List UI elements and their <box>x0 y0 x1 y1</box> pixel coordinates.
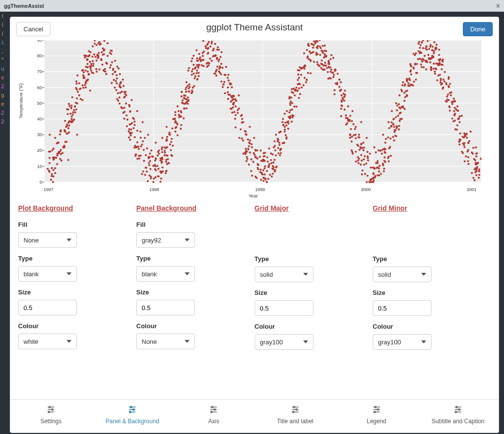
input-gridmaj-size[interactable] <box>255 300 313 316</box>
svg-point-1084 <box>184 107 186 109</box>
cancel-button[interactable]: Cancel <box>16 22 50 36</box>
svg-point-1128 <box>161 146 163 148</box>
svg-point-1223 <box>360 160 362 162</box>
tab-panel-background[interactable]: Panel & Background <box>92 405 173 425</box>
svg-point-1190 <box>76 97 78 99</box>
svg-point-105 <box>209 46 211 48</box>
input-panelbg-size[interactable] <box>136 300 195 315</box>
svg-point-397 <box>132 117 134 119</box>
svg-point-1257 <box>454 100 456 102</box>
svg-point-1336 <box>430 57 432 59</box>
col-header-gridmaj[interactable]: Grid Major <box>255 204 289 212</box>
svg-point-804 <box>110 64 112 66</box>
select-plotbg-fill[interactable]: None <box>18 232 77 248</box>
svg-point-1194 <box>468 140 470 142</box>
svg-point-1411 <box>129 411 131 412</box>
svg-point-1205 <box>324 62 326 64</box>
svg-point-1308 <box>404 100 406 102</box>
svg-point-228 <box>247 139 249 141</box>
select-panelbg-fill[interactable]: gray92 <box>136 232 195 248</box>
svg-point-1289 <box>166 138 168 140</box>
svg-point-822 <box>242 153 244 155</box>
svg-point-181 <box>424 55 426 57</box>
svg-point-978 <box>168 162 170 164</box>
svg-point-421 <box>129 139 131 141</box>
svg-point-207 <box>117 92 119 94</box>
tab-settings[interactable]: Settings <box>10 405 92 425</box>
select-panelbg-colour[interactable]: None <box>136 334 195 349</box>
svg-point-1385 <box>83 72 85 73</box>
svg-text:40: 40 <box>37 117 42 121</box>
svg-point-428 <box>246 150 248 152</box>
svg-point-581 <box>208 62 210 64</box>
svg-point-250 <box>51 167 53 169</box>
done-button[interactable]: Done <box>463 22 493 36</box>
tab-axis[interactable]: Axis <box>173 405 254 425</box>
text-input-gridmin-size[interactable] <box>378 305 426 312</box>
svg-point-1244 <box>409 63 411 65</box>
col-header-plotbg[interactable]: Plot Background <box>18 204 73 212</box>
svg-point-217 <box>338 86 340 88</box>
svg-point-792 <box>56 154 58 156</box>
tab-legend[interactable]: Legend <box>336 405 417 425</box>
svg-point-269 <box>196 70 198 72</box>
svg-point-1050 <box>126 119 128 121</box>
svg-point-667 <box>216 69 217 71</box>
svg-point-761 <box>340 115 342 117</box>
svg-point-1088 <box>357 145 359 146</box>
svg-point-1146 <box>358 162 360 164</box>
svg-point-394 <box>463 146 465 148</box>
svg-point-1423 <box>292 411 294 412</box>
select-gridmaj-type[interactable]: solid <box>255 266 313 282</box>
svg-point-272 <box>324 45 326 47</box>
svg-point-1106 <box>274 170 276 172</box>
svg-point-415 <box>116 77 118 79</box>
svg-point-89 <box>166 126 168 128</box>
select-gridmaj-colour[interactable]: gray100 <box>255 334 313 350</box>
svg-point-689 <box>67 108 69 110</box>
svg-point-1028 <box>308 45 310 47</box>
svg-point-528 <box>171 138 173 140</box>
text-input-plotbg-size[interactable] <box>24 304 72 312</box>
svg-point-771 <box>142 141 144 143</box>
svg-point-357 <box>340 108 342 110</box>
svg-point-638 <box>92 46 94 48</box>
svg-point-300 <box>119 92 121 94</box>
svg-point-1041 <box>420 44 422 46</box>
input-plotbg-size[interactable] <box>18 300 77 315</box>
text-input-gridmaj-size[interactable] <box>260 305 308 312</box>
svg-point-1377 <box>172 145 174 146</box>
select-plotbg-type[interactable]: blank <box>18 266 77 282</box>
svg-point-1413 <box>212 406 213 408</box>
text-input-panelbg-size[interactable] <box>142 304 190 312</box>
select-panelbg-type[interactable]: blank <box>136 266 195 282</box>
svg-point-1197 <box>88 54 90 56</box>
svg-point-1165 <box>313 40 315 42</box>
tab-subtitle-and-caption[interactable]: Subtitle and Caption <box>417 405 499 425</box>
select-gridmin-type[interactable]: solid <box>373 266 432 282</box>
svg-point-1232 <box>167 158 169 160</box>
col-header-gridmin[interactable]: Grid Minor <box>373 204 408 212</box>
tab-title-and-label[interactable]: Title and label <box>255 405 336 425</box>
svg-point-1152 <box>66 123 68 125</box>
select-plotbg-colour[interactable]: white <box>18 334 77 349</box>
select-gridmin-colour[interactable]: gray100 <box>373 334 432 350</box>
svg-point-204 <box>192 64 194 66</box>
svg-point-1401 <box>49 406 50 408</box>
svg-point-64 <box>96 71 97 72</box>
svg-point-240 <box>246 156 248 158</box>
svg-point-396 <box>221 67 223 69</box>
svg-point-1069 <box>430 44 432 46</box>
svg-point-527 <box>180 111 182 113</box>
svg-point-904 <box>194 66 196 68</box>
svg-point-539 <box>289 109 291 111</box>
close-icon[interactable]: × <box>496 2 500 10</box>
svg-point-1397 <box>191 71 193 72</box>
svg-point-569 <box>309 50 311 52</box>
label-gridmin-size: Size <box>373 289 476 296</box>
svg-point-156 <box>352 110 354 112</box>
svg-point-1035 <box>264 167 265 169</box>
col-header-panelbg[interactable]: Panel Background <box>136 204 196 212</box>
input-gridmin-size[interactable] <box>373 300 432 316</box>
label-panelbg-type: Type <box>136 255 240 262</box>
